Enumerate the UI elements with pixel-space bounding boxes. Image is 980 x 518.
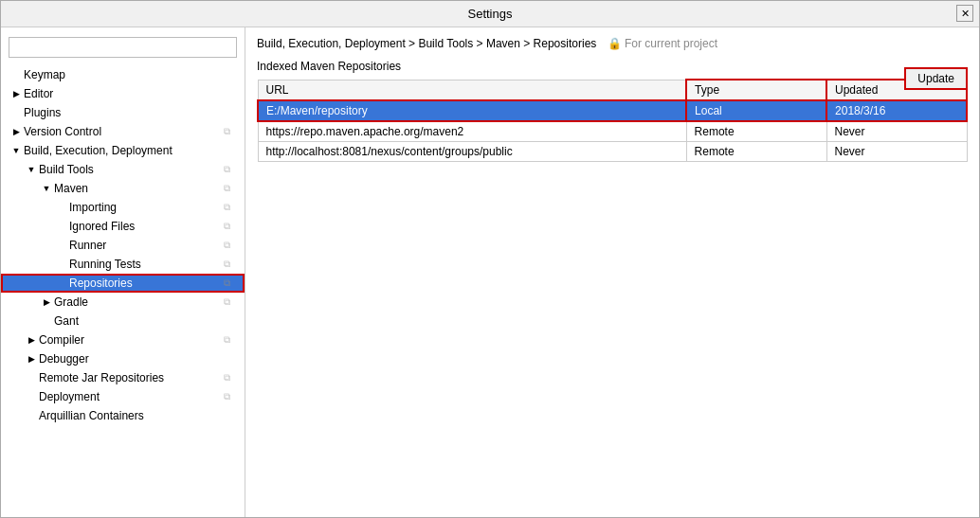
section-title: Indexed Maven Repositories (257, 60, 968, 73)
sidebar-item-label: Running Tests (69, 258, 224, 271)
expand-arrow-gradle: ▶ (39, 295, 54, 310)
sidebar-item-remote-jar[interactable]: Remote Jar Repositories (1, 368, 245, 387)
sidebar-item-label: Deployment (39, 390, 224, 403)
copy-icon-remote-jar (224, 370, 239, 385)
right-panel: Build, Execution, Deployment > Build Too… (245, 27, 979, 517)
placeholder-arrow (54, 276, 69, 291)
expand-arrow-editor: ▶ (9, 86, 24, 101)
placeholder-arrow (54, 238, 69, 253)
sidebar-item-keymap[interactable]: Keymap (1, 65, 245, 84)
table-row[interactable]: https://repo.maven.apache.org/maven2 Rem… (258, 121, 967, 142)
sidebar-item-label: Version Control (24, 125, 224, 138)
sidebar-item-label: Plugins (24, 106, 241, 119)
breadcrumb: Build, Execution, Deployment > Build Too… (257, 37, 968, 50)
expand-arrow-maven: ▼ (39, 181, 54, 196)
cell-updated: 2018/3/16 (826, 100, 967, 121)
window-title: Settings (468, 7, 513, 21)
sidebar-item-running-tests[interactable]: Running Tests (1, 255, 245, 274)
cell-updated: Never (826, 142, 967, 162)
sidebar-item-label: Ignored Files (69, 220, 224, 233)
sidebar-item-deployment[interactable]: Deployment (1, 387, 245, 406)
cell-type: Remote (686, 121, 826, 142)
copy-icon-bt (224, 162, 239, 177)
placeholder-arrow (9, 105, 24, 120)
sidebar: Keymap ▶ Editor Plugins ▶ Version Contro… (1, 27, 245, 517)
placeholder-arrow (24, 370, 39, 385)
sidebar-item-label: Gradle (54, 295, 224, 309)
sidebar-item-label: Editor (24, 87, 241, 100)
copy-icon-deployment (224, 389, 239, 404)
cell-url: https://repo.maven.apache.org/maven2 (258, 121, 686, 142)
table-row[interactable]: E:/Maven/repository Local 2018/3/16 (258, 100, 967, 121)
sidebar-item-gant[interactable]: Gant (1, 312, 245, 330)
sidebar-item-compiler[interactable]: ▶ Compiler (1, 330, 245, 349)
placeholder-arrow (54, 257, 69, 272)
sidebar-item-gradle[interactable]: ▶ Gradle (1, 293, 245, 312)
copy-icon-repos (224, 276, 239, 291)
placeholder-arrow (9, 67, 24, 82)
cell-type: Local (686, 100, 826, 121)
sidebar-item-plugins[interactable]: Plugins (1, 103, 245, 122)
search-input[interactable] (9, 37, 237, 58)
cell-url: http://localhost:8081/nexus/content/grou… (258, 142, 686, 162)
sidebar-item-label: Gant (54, 314, 241, 328)
expand-arrow-bed: ▼ (9, 143, 24, 158)
sidebar-item-arquillian[interactable]: Arquillian Containers (1, 406, 245, 425)
cell-url: E:/Maven/repository (258, 100, 686, 121)
expand-arrow-bt: ▼ (24, 162, 39, 177)
copy-icon-runner (224, 238, 239, 253)
sidebar-item-label: Remote Jar Repositories (39, 371, 224, 384)
sidebar-item-label: Keymap (24, 68, 241, 81)
sidebar-item-importing[interactable]: Importing (1, 198, 245, 217)
copy-icon-ignored (224, 219, 239, 234)
expand-arrow-compiler: ▶ (24, 332, 39, 348)
sidebar-item-label: Maven (54, 182, 224, 195)
placeholder-arrow (24, 408, 39, 423)
sidebar-item-maven[interactable]: ▼ Maven (1, 179, 245, 198)
copy-icon-importing (224, 200, 239, 215)
copy-icon-gradle (224, 295, 239, 310)
settings-window: Settings ✕ Keymap ▶ Editor Plugins (0, 0, 980, 518)
placeholder-arrow (39, 313, 54, 329)
sidebar-item-editor[interactable]: ▶ Editor (1, 84, 245, 103)
copy-icon-maven (224, 181, 239, 196)
breadcrumb-suffix: 🔒 For current project (608, 37, 717, 50)
sidebar-item-build-tools[interactable]: ▼ Build Tools (1, 160, 245, 179)
expand-arrow-vc: ▶ (9, 124, 24, 139)
cell-type: Remote (686, 142, 826, 162)
sidebar-item-label: Repositories (69, 277, 224, 290)
copy-icon-running-tests (224, 257, 239, 272)
update-panel: Update (904, 67, 968, 90)
sidebar-item-ignored-files[interactable]: Ignored Files (1, 217, 245, 236)
update-button[interactable]: Update (904, 67, 968, 90)
table-row[interactable]: http://localhost:8081/nexus/content/grou… (258, 142, 967, 162)
sidebar-item-runner[interactable]: Runner (1, 236, 245, 255)
placeholder-arrow (24, 389, 39, 404)
col-header-type: Type (686, 80, 826, 100)
close-button[interactable]: ✕ (956, 5, 973, 22)
expand-arrow-debugger: ▶ (24, 351, 39, 366)
copy-icon-compiler (224, 332, 239, 348)
sidebar-item-repositories[interactable]: Repositories (1, 274, 245, 293)
sidebar-item-label: Arquillian Containers (39, 409, 241, 422)
sidebar-item-label: Runner (69, 239, 224, 252)
col-header-url: URL (258, 80, 686, 100)
sidebar-item-label: Debugger (39, 352, 241, 366)
copy-icon-vc (224, 124, 239, 139)
sidebar-item-debugger[interactable]: ▶ Debugger (1, 349, 245, 368)
sidebar-item-build-execution[interactable]: ▼ Build, Execution, Deployment (1, 141, 245, 160)
placeholder-arrow (54, 200, 69, 215)
cell-updated: Never (826, 121, 967, 142)
sidebar-item-version-control[interactable]: ▶ Version Control (1, 122, 245, 141)
title-bar: Settings ✕ (1, 1, 979, 27)
main-content: Keymap ▶ Editor Plugins ▶ Version Contro… (1, 27, 979, 517)
sidebar-item-label: Build Tools (39, 163, 224, 176)
breadcrumb-path: Build, Execution, Deployment > Build Too… (257, 37, 596, 50)
sidebar-item-label: Compiler (39, 333, 224, 347)
sidebar-item-label: Build, Execution, Deployment (24, 144, 241, 157)
placeholder-arrow (54, 219, 69, 234)
sidebar-item-label: Importing (69, 201, 224, 214)
repositories-table: URL Type Updated E:/Maven/repository Loc… (257, 79, 968, 162)
